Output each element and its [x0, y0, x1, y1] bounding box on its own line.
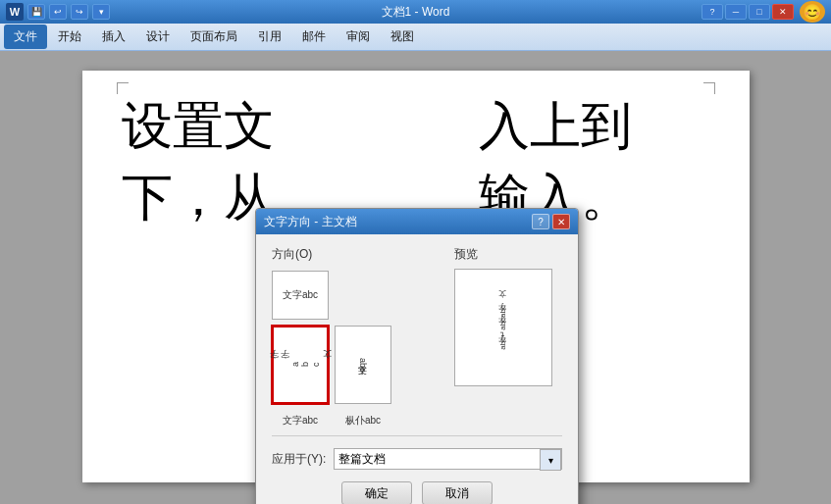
- dropdown-btn[interactable]: ▾: [92, 4, 110, 20]
- dialog-titlebar-right: ? ✕: [532, 214, 570, 229]
- dialog-title: 文字方向 - 主文档: [264, 214, 357, 230]
- minimize-btn[interactable]: ─: [725, 4, 747, 20]
- margin-mark-tr: [703, 82, 715, 94]
- tab-insert[interactable]: 插入: [92, 25, 135, 49]
- tab-layout[interactable]: 页面布局: [181, 25, 247, 49]
- option-horizontal-text: 文字abc: [283, 288, 318, 302]
- tab-start[interactable]: 开始: [48, 25, 91, 49]
- question-btn[interactable]: ?: [701, 4, 723, 20]
- tab-references[interactable]: 引用: [248, 25, 291, 49]
- tab-review[interactable]: 审阅: [337, 25, 380, 49]
- text-direction-dialog: 文字方向 - 主文档 ? ✕ 方向(O) 文字abc: [255, 208, 579, 504]
- user-avatar: 😊: [800, 1, 825, 23]
- option-v-rl-wrapper: 字字abc文: [272, 326, 329, 404]
- window-title: 文档1 - Word: [382, 4, 450, 21]
- dialog-titlebar: 文字方向 - 主文档 ? ✕: [256, 209, 578, 234]
- preview-label: 预览: [454, 246, 562, 263]
- label-bottom-text: 枞仆abc: [345, 415, 381, 426]
- word-icon: W: [6, 3, 24, 21]
- ribbon: 文件 开始 插入 设计 页面布局 引用 邮件 审阅 视图: [0, 24, 831, 51]
- tab-view[interactable]: 视图: [381, 25, 424, 49]
- option-v-lr-text: 文字abc: [358, 358, 369, 373]
- direction-row-2: 字字abc文 文字abc: [272, 326, 444, 404]
- option-vertical-lr[interactable]: 文字abc: [335, 326, 391, 404]
- dialog-body: 方向(O) 文字abc: [256, 234, 578, 504]
- apply-row: 应用于(Y): 整篇文档 ▾: [272, 448, 562, 470]
- tab-mail[interactable]: 邮件: [292, 25, 336, 49]
- redo-btn[interactable]: ↪: [71, 4, 88, 20]
- button-row: 确定 取消: [272, 481, 562, 504]
- cancel-button[interactable]: 取消: [422, 481, 493, 504]
- option-v-lr-wrapper: 文字abc: [335, 326, 391, 404]
- preview-box: 字abc↵字abc字abc文: [454, 269, 552, 386]
- close-btn[interactable]: ✕: [772, 4, 794, 20]
- document-area: 设置文 入上到 下，从 输入。 文字方向 - 主文档 ? ✕ 方向(O): [0, 51, 831, 504]
- quick-save-btn[interactable]: 💾: [27, 4, 45, 20]
- direction-label: 方向(O): [272, 246, 444, 263]
- label-horizontal-text: 文字abc: [283, 415, 318, 426]
- title-bar-right: ? ─ □ ✕ 😊: [701, 1, 825, 23]
- tab-design[interactable]: 设计: [136, 25, 180, 49]
- dialog-question-btn[interactable]: ?: [532, 214, 549, 229]
- direction-row-1: 文字abc: [272, 271, 444, 320]
- preview-text: 字abc↵字abc字abc文: [497, 305, 508, 350]
- undo-btn[interactable]: ↩: [49, 4, 67, 20]
- direction-section: 方向(O) 文字abc: [272, 246, 444, 428]
- margin-mark-tl: [117, 82, 129, 94]
- restore-btn[interactable]: □: [749, 4, 770, 20]
- dialog-close-btn[interactable]: ✕: [552, 214, 570, 229]
- label-bottom: 枞仆abc: [335, 410, 391, 428]
- tab-file[interactable]: 文件: [4, 25, 47, 49]
- title-bar-left: W 💾 ↩ ↪ ▾: [6, 3, 110, 21]
- apply-dropdown-btn[interactable]: ▾: [540, 449, 561, 471]
- title-bar: W 💾 ↩ ↪ ▾ 文档1 - Word ? ─ □ ✕ 😊: [0, 0, 831, 24]
- option-horizontal-wrapper: 文字abc: [272, 271, 329, 320]
- preview-section: 预览 字abc↵字abc字abc文: [454, 246, 562, 428]
- apply-value: 整篇文档: [335, 449, 540, 469]
- label-horizontal: 文字abc: [272, 410, 329, 428]
- option-vertical-rl[interactable]: 字字abc文: [272, 326, 329, 404]
- dialog-main-content: 方向(O) 文字abc: [272, 246, 562, 428]
- dialog-divider: [272, 435, 562, 436]
- option-horizontal[interactable]: 文字abc: [272, 271, 329, 320]
- direction-row-3: 文字abc 枞仆abc: [272, 410, 444, 428]
- apply-select-container: 整篇文档 ▾: [334, 448, 562, 470]
- apply-label: 应用于(Y):: [272, 451, 326, 468]
- confirm-button[interactable]: 确定: [341, 481, 412, 504]
- option-v-rl-text: 字字abc文: [269, 362, 333, 367]
